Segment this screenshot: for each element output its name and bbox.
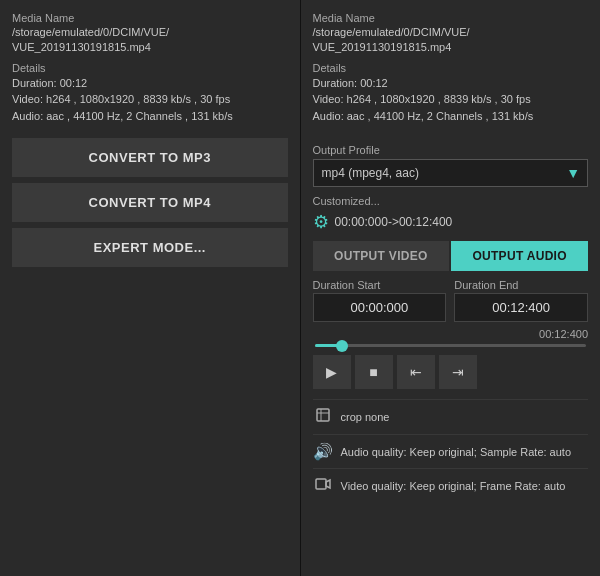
duration-row: Duration Start 00:00:000 Duration End 00…	[313, 279, 589, 322]
left-details-text: Duration: 00:12 Video: h264 , 1080x1920 …	[12, 75, 288, 125]
time-range-row: ⚙ 00:00:000->00:12:400	[313, 211, 589, 233]
tab-row: OUTPUT VIDEO OUTPUT AUDIO	[313, 241, 589, 271]
audio-icon: 🔊	[313, 442, 333, 461]
go-end-button[interactable]: ⇥	[439, 355, 477, 389]
video-quality-text: Video quality: Keep original; Frame Rate…	[341, 480, 566, 492]
right-details-label: Details	[313, 62, 589, 74]
left-media-name-label: Media Name	[12, 12, 288, 24]
left-details-label: Details	[12, 62, 288, 74]
tab-output-video[interactable]: OUTPUT VIDEO	[313, 241, 450, 271]
stop-button[interactable]: ■	[355, 355, 393, 389]
right-details-text: Duration: 00:12 Video: h264 , 1080x1920 …	[313, 75, 589, 125]
right-media-name-label: Media Name	[313, 12, 589, 24]
output-profile-select[interactable]: mp4 (mpeg4, aac)	[313, 159, 589, 187]
go-start-button[interactable]: ⇤	[397, 355, 435, 389]
audio-quality-row: 🔊 Audio quality: Keep original; Sample R…	[313, 434, 589, 468]
slider-row	[313, 344, 589, 347]
left-media-path: /storage/emulated/0/DCIM/VUE/VUE_2019113…	[12, 25, 288, 56]
svg-rect-0	[317, 409, 329, 421]
duration-end-label: Duration End	[454, 279, 588, 291]
duration-end-value: 00:12:400	[454, 293, 588, 322]
output-profile-wrapper: mp4 (mpeg4, aac) ▼	[313, 159, 589, 187]
customized-label: Customized...	[313, 195, 589, 207]
time-position: 00:12:400	[313, 328, 589, 340]
slider-thumb[interactable]	[336, 340, 348, 352]
crop-icon	[313, 407, 333, 427]
duration-end-box: Duration End 00:12:400	[454, 279, 588, 322]
audio-quality-text: Audio quality: Keep original; Sample Rat…	[341, 446, 572, 458]
video-icon	[313, 476, 333, 496]
right-media-path: /storage/emulated/0/DCIM/VUE/VUE_2019113…	[313, 25, 589, 56]
settings-icon[interactable]: ⚙	[313, 211, 329, 233]
right-panel: Media Name /storage/emulated/0/DCIM/VUE/…	[301, 0, 601, 576]
expert-mode-button[interactable]: EXPERT MODE...	[12, 228, 288, 267]
crop-text: crop none	[341, 411, 390, 423]
svg-marker-4	[326, 480, 330, 488]
time-range-text: 00:00:000->00:12:400	[335, 215, 453, 229]
duration-start-value: 00:00:000	[313, 293, 447, 322]
duration-start-box: Duration Start 00:00:000	[313, 279, 447, 322]
svg-rect-3	[316, 479, 326, 489]
duration-start-label: Duration Start	[313, 279, 447, 291]
convert-to-mp4-button[interactable]: CONVERT TO MP4	[12, 183, 288, 222]
crop-row: crop none	[313, 399, 589, 434]
playback-controls: ▶ ■ ⇤ ⇥	[313, 355, 589, 389]
tab-output-audio[interactable]: OUTPUT AUDIO	[451, 241, 588, 271]
play-button[interactable]: ▶	[313, 355, 351, 389]
timeline-slider[interactable]	[315, 344, 587, 347]
output-profile-label: Output Profile	[313, 144, 589, 156]
convert-to-mp3-button[interactable]: CONVERT TO MP3	[12, 138, 288, 177]
left-panel: Media Name /storage/emulated/0/DCIM/VUE/…	[0, 0, 301, 576]
video-quality-row: Video quality: Keep original; Frame Rate…	[313, 468, 589, 503]
